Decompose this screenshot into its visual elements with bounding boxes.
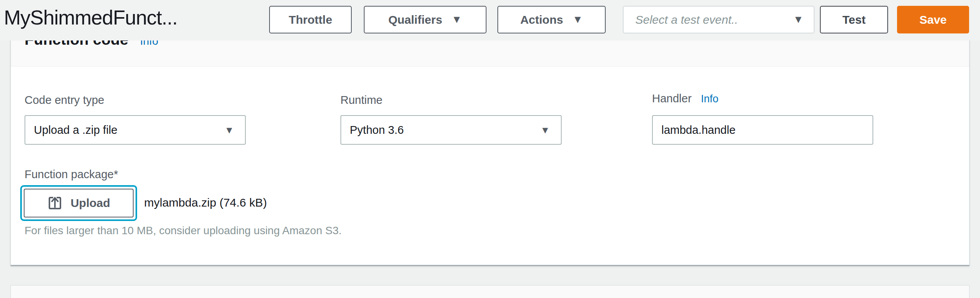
next-section-card (11, 285, 969, 298)
actions-dropdown-button[interactable]: Actions ▼ (497, 6, 606, 33)
function-code-card: Function code Info Code entry type Uploa… (11, 23, 969, 266)
caret-down-icon: ▼ (224, 125, 234, 135)
save-button-label: Save (919, 13, 947, 26)
upload-button-label: Upload (71, 196, 110, 210)
upload-icon (47, 195, 63, 211)
handler-label: Handler (652, 92, 692, 105)
caret-down-icon: ▼ (540, 125, 550, 135)
upload-help-text: For files larger than 10 MB, consider up… (25, 224, 342, 237)
caret-down-icon: ▼ (451, 14, 462, 25)
handler-info-link[interactable]: Info (701, 93, 719, 105)
actions-button-label: Actions (520, 13, 563, 26)
upload-button[interactable]: Upload (24, 189, 134, 217)
uploaded-file-info: mylambda.zip (74.6 kB) (144, 196, 267, 209)
throttle-button[interactable]: Throttle (269, 6, 352, 33)
test-event-select[interactable]: Select a test event.. ▼ (623, 6, 814, 33)
upload-button-focus-ring: Upload (20, 185, 137, 221)
function-package-label: Function package* (25, 168, 118, 181)
code-entry-type-value: Upload a .zip file (34, 124, 117, 137)
caret-down-icon: ▼ (573, 14, 583, 25)
test-event-placeholder: Select a test event.. (635, 13, 738, 26)
save-button[interactable]: Save (897, 6, 969, 33)
qualifiers-dropdown-button[interactable]: Qualifiers ▼ (364, 6, 486, 33)
handler-label-row: Handler Info (652, 92, 719, 105)
caret-down-icon: ▼ (793, 14, 804, 25)
function-name-title: MyShimmedFunct... (4, 5, 177, 30)
code-entry-type-label: Code entry type (25, 94, 104, 107)
function-header-bar: MyShimmedFunct... Throttle Qualifiers ▼ … (0, 0, 980, 40)
runtime-label: Runtime (340, 94, 382, 107)
handler-input[interactable] (652, 115, 873, 145)
test-button[interactable]: Test (820, 6, 888, 33)
code-entry-type-select[interactable]: Upload a .zip file ▼ (25, 115, 246, 145)
runtime-value: Python 3.6 (350, 124, 404, 137)
qualifiers-button-label: Qualifiers (388, 13, 442, 26)
runtime-select[interactable]: Python 3.6 ▼ (340, 115, 562, 145)
test-button-label: Test (843, 13, 865, 26)
throttle-button-label: Throttle (289, 13, 332, 26)
